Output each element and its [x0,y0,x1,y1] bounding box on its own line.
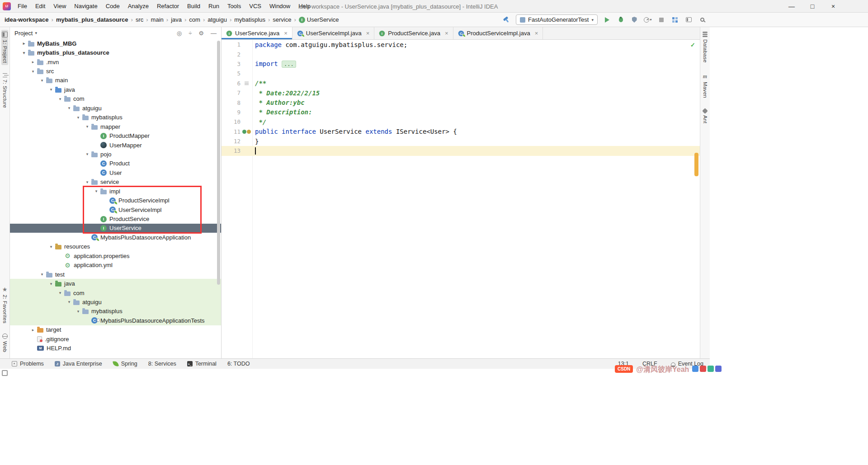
stripe-database[interactable]: Database [702,30,708,65]
breadcrumb-item-service[interactable]: service [273,16,291,23]
tab-userserviceimpl-java[interactable]: CUserServiceImpl.java× [292,27,374,39]
menu-navigate[interactable]: Navigate [70,0,101,13]
stripe-ant[interactable]: Ant [702,107,708,125]
tree-item-productservice[interactable]: IProductService [10,214,221,223]
window-close-button[interactable]: × [823,0,844,13]
status-6-todo[interactable]: 6: TODO [227,361,250,367]
tool-window-toggle-icon[interactable] [2,370,8,376]
stripe-7-structure[interactable]: 7: Structure [2,71,8,110]
tree-expand-arrow[interactable]: ▾ [47,87,55,92]
tree-item-java[interactable]: ▾java [10,85,221,94]
tab-close-icon[interactable]: × [366,30,370,37]
menu-file[interactable]: File [14,0,31,13]
tree-item-product[interactable]: CProduct [10,159,221,168]
menu-code[interactable]: Code [102,0,124,13]
hide-panel-icon[interactable]: — [211,30,217,37]
collapse-all-icon[interactable]: ÷ [189,30,192,37]
tree-expand-arrow[interactable]: ▾ [56,97,64,101]
stripe-web[interactable]: Web [2,332,8,354]
implementations-icon[interactable] [242,130,246,134]
code-editor[interactable]: 1package com.atguigu.mybatisplus.service… [222,40,700,358]
code-line-6[interactable]: 6/** [222,79,700,88]
tree-item-mapper[interactable]: ▾mapper [10,122,221,131]
stripe-2-favorites[interactable]: ★2: Favorites [1,285,8,325]
tree-expand-arrow[interactable]: ▾ [20,51,28,55]
tree-item-com[interactable]: ▾com [10,288,221,297]
tree-item-target[interactable]: ▸target [10,325,221,334]
code-line-11[interactable]: 11public interface UserService extends I… [222,127,700,136]
tab-close-icon[interactable]: × [535,30,538,37]
tree-item-atguigu[interactable]: ▾atguigu [10,103,221,113]
tree-expand-arrow[interactable]: ▾ [47,244,55,249]
breadcrumb-item-main[interactable]: main [151,16,164,23]
status-java-enterprise[interactable]: Java Enterprise [55,361,102,367]
breadcrumb-item-src[interactable]: src [136,16,143,23]
tree-item-userservice[interactable]: IUserService [10,224,221,233]
tab-close-icon[interactable]: × [284,30,288,37]
tree-expand-arrow[interactable]: ▾ [83,124,91,129]
inspections-ok-icon[interactable]: ✓ [690,42,695,48]
tree-item-mybatis-plus-datasource[interactable]: ▾mybatis_plus_datasource [10,48,221,57]
menu-analyze[interactable]: Analyze [124,0,153,13]
tab-userservice-java[interactable]: IUserService.java× [222,27,292,39]
breadcrumb-item-com[interactable]: com [189,16,200,23]
breadcrumb-item-mybatisplus[interactable]: mybatisplus [234,16,265,23]
tree-item-main[interactable]: ▾main [10,76,221,85]
tree-item-impl[interactable]: ▾impl [10,187,221,196]
tree-item-service[interactable]: ▾service [10,178,221,187]
code-line-5[interactable]: 5 [222,69,700,78]
menu-refactor[interactable]: Refactor [153,0,183,13]
code-line-12[interactable]: 12} [222,136,700,146]
tree-item-mvn[interactable]: ▸.mvn [10,57,221,66]
coverage-icon[interactable] [630,16,638,24]
stop-icon[interactable] [657,16,665,24]
tab-productserviceimpl-java[interactable]: CProductServiceImpl.java× [453,27,543,39]
profiler-icon[interactable]: ▾ [644,16,652,24]
status-spring[interactable]: Spring [113,361,137,367]
tree-expand-arrow[interactable]: ▾ [56,291,64,295]
code-line-7[interactable]: 7 * Date:2022/2/15 [222,88,700,98]
tree-expand-arrow[interactable]: ▾ [38,78,46,83]
tree-item-atguigu[interactable]: ▾atguigu [10,297,221,306]
tree-item-userserviceimpl[interactable]: CUserServiceImpl [10,205,221,214]
tree-item-mybatis-mbg[interactable]: ▸MyBatis_MBG [10,39,221,48]
menu-edit[interactable]: Edit [31,0,49,13]
code-line-1[interactable]: 1package com.atguigu.mybatisplus.service… [222,40,700,49]
breadcrumb-item-java[interactable]: java [171,16,182,23]
run-configuration-select[interactable]: FastAutoGeneratorTest ▾ [516,14,598,25]
tree-expand-arrow[interactable]: ▾ [74,309,82,314]
tree-expand-arrow[interactable]: ▾ [92,189,100,193]
tree-expand-arrow[interactable]: ▸ [20,41,28,46]
project-scrollbar[interactable] [217,41,220,285]
tree-expand-arrow[interactable]: ▾ [65,106,73,110]
menu-window[interactable]: Window [265,0,294,13]
run-icon[interactable] [603,16,611,24]
layout-grid-icon[interactable] [671,16,679,24]
bean-gutter-icon[interactable] [247,130,251,134]
build-hammer-icon[interactable] [502,16,510,24]
menu-vcs[interactable]: VCS [245,0,265,13]
locate-icon[interactable]: ◎ [177,30,182,37]
tree-expand-arrow[interactable]: ▾ [38,272,46,277]
tree-expand-arrow[interactable]: ▾ [47,282,55,286]
status-terminal[interactable]: Terminal [187,361,217,367]
tree-expand-arrow[interactable]: ▾ [83,152,91,156]
scrollbar-marker[interactable] [694,153,698,176]
tree-item-productserviceimpl[interactable]: CProductServiceImpl [10,196,221,205]
tree-expand-arrow[interactable]: ▾ [83,180,91,184]
tree-item-pojo[interactable]: ▾pojo [10,150,221,159]
tree-item-productmapper[interactable]: IProductMapper [10,131,221,140]
tree-item-test[interactable]: ▾test [10,270,221,279]
stripe-maven[interactable]: mMaven [702,72,708,100]
tree-item-usermapper[interactable]: UserMapper [10,141,221,150]
breadcrumb-item-atguigu[interactable]: atguigu [208,16,227,23]
tab-close-icon[interactable]: × [445,30,448,37]
code-line-13[interactable]: 13 [222,146,700,155]
code-line-10[interactable]: 10 */ [222,117,700,127]
menu-build[interactable]: Build [183,0,204,13]
tree-item-com[interactable]: ▾com [10,94,221,103]
stripe-1-project[interactable]: 1: Project [1,30,8,65]
tree-item-application-yml[interactable]: ⚙application.yml [10,261,221,270]
window-maximize-button[interactable]: □ [802,0,823,13]
window-minimize-button[interactable]: — [781,0,802,13]
